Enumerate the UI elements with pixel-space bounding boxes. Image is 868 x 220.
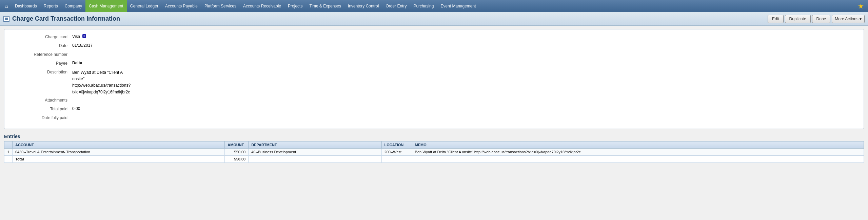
entries-table: ACCOUNT AMOUNT DEPARTMENT LOCATION MEMO … <box>4 141 864 163</box>
date-row: Date 01/18/2017 <box>11 43 857 50</box>
cell-account: 6430--Travel & Entertainment- Transporta… <box>13 148 225 155</box>
charge-card-label: Charge card <box>11 34 72 41</box>
description-line2: onsite" <box>72 76 84 81</box>
reference-number-row: Reference number <box>11 52 857 59</box>
col-header-department: DEPARTMENT <box>249 141 381 148</box>
nav-items-container: Dashboards Reports Company Cash Manageme… <box>12 0 858 12</box>
nav-item-platform-services[interactable]: Platform Services <box>201 0 240 12</box>
cell-location: 200--West <box>381 148 412 155</box>
col-header-location: LOCATION <box>381 141 412 148</box>
cell-department: 40--Business Development <box>249 148 381 155</box>
col-header-memo: MEMO <box>412 141 864 148</box>
total-department <box>249 155 381 162</box>
favorites-star-icon[interactable]: ★ <box>858 2 867 10</box>
description-text: Ben Wyatt at Delta "Client A onsite" htt… <box>72 69 131 95</box>
nav-item-company[interactable]: Company <box>61 0 85 12</box>
date-value: 01/18/2017 <box>72 43 93 50</box>
total-paid-value: 0.00 <box>72 106 80 113</box>
attachments-label: Attachments <box>11 97 72 104</box>
payee-row: Payee Delta <box>11 61 857 67</box>
total-row: Total 550.00 <box>4 155 864 162</box>
charge-card-row: Charge card Visa ≡ <box>11 34 857 41</box>
description-label: Description <box>11 69 72 95</box>
total-paid-label: Total paid <box>11 106 72 113</box>
total-memo <box>412 155 864 162</box>
nav-item-purchasing[interactable]: Purchasing <box>410 0 437 12</box>
attachments-row: Attachments <box>11 97 857 104</box>
nav-item-inventory-control[interactable]: Inventory Control <box>344 0 382 12</box>
cell-memo: Ben Wyatt at Delta "Client A onsite" htt… <box>412 148 864 155</box>
description-row: Description Ben Wyatt at Delta "Client A… <box>11 69 857 95</box>
total-amount: 550.00 <box>225 155 249 162</box>
table-row: 1 6430--Travel & Entertainment- Transpor… <box>4 148 864 155</box>
home-button[interactable]: ⌂ <box>1 1 12 11</box>
row-num: 1 <box>4 148 13 155</box>
charge-card-text: Visa <box>72 34 80 39</box>
total-paid-row: Total paid 0.00 <box>11 106 857 113</box>
page-title: Charge Card Transaction Information <box>12 15 768 22</box>
total-location <box>381 155 412 162</box>
description-value: Ben Wyatt at Delta "Client A onsite" htt… <box>72 69 131 95</box>
header-buttons: Edit Duplicate Done More Actions ▾ <box>768 15 865 23</box>
col-header-amount: AMOUNT <box>225 141 249 148</box>
total-row-num <box>4 155 13 162</box>
duplicate-button[interactable]: Duplicate <box>785 15 811 23</box>
nav-item-event-management[interactable]: Event Management <box>437 0 479 12</box>
date-fully-paid-row: Date fully paid <box>11 115 857 122</box>
page-icon <box>3 16 9 22</box>
date-label: Date <box>11 43 72 50</box>
nav-item-cash-management[interactable]: Cash Management <box>85 0 126 12</box>
nav-item-time-expenses[interactable]: Time & Expenses <box>306 0 344 12</box>
charge-card-value: Visa ≡ <box>72 34 86 41</box>
cell-amount: 550.00 <box>225 148 249 155</box>
description-line4: txid=0jwkapdq70l2y16fmdkjbr2c <box>72 90 130 94</box>
payee-label: Payee <box>11 61 72 67</box>
description-line1: Ben Wyatt at Delta "Client A <box>72 70 123 75</box>
payee-value: Delta <box>72 61 82 67</box>
date-fully-paid-label: Date fully paid <box>11 115 72 122</box>
nav-item-reports[interactable]: Reports <box>40 0 61 12</box>
col-header-num <box>4 141 13 148</box>
nav-item-accounts-receivable[interactable]: Accounts Receivable <box>240 0 284 12</box>
visa-icon: ≡ <box>82 34 86 38</box>
more-actions-button[interactable]: More Actions ▾ <box>832 15 865 23</box>
description-line3: http://web.abac.us/transactions? <box>72 83 131 88</box>
transaction-info-card: Charge card Visa ≡ Date 01/18/2017 Refer… <box>4 29 864 129</box>
page-header-bar: Charge Card Transaction Information Edit… <box>0 12 868 26</box>
reference-number-label: Reference number <box>11 52 72 59</box>
entries-table-header-row: ACCOUNT AMOUNT DEPARTMENT LOCATION MEMO <box>4 141 864 148</box>
top-navigation: ⌂ Dashboards Reports Company Cash Manage… <box>0 0 868 12</box>
entries-section: Entries ACCOUNT AMOUNT DEPARTMENT LOCATI… <box>4 134 864 163</box>
nav-item-general-ledger[interactable]: General Ledger <box>127 0 162 12</box>
main-content: Charge card Visa ≡ Date 01/18/2017 Refer… <box>0 26 868 166</box>
total-label: Total <box>13 155 225 162</box>
nav-item-order-entry[interactable]: Order Entry <box>382 0 410 12</box>
nav-item-projects[interactable]: Projects <box>284 0 306 12</box>
col-header-account: ACCOUNT <box>13 141 225 148</box>
nav-item-dashboards[interactable]: Dashboards <box>12 0 40 12</box>
entries-section-title: Entries <box>4 134 864 139</box>
nav-item-accounts-payable[interactable]: Accounts Payable <box>162 0 201 12</box>
done-button[interactable]: Done <box>812 15 831 23</box>
edit-button[interactable]: Edit <box>768 15 784 23</box>
